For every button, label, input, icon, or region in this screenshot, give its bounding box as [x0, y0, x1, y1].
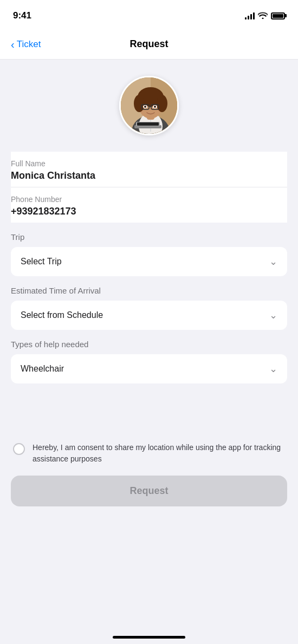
trip-dropdown-value: Select Trip — [21, 257, 62, 266]
page-title: Request — [129, 38, 168, 50]
avatar-section — [11, 60, 287, 146]
status-bar: 9:41 — [0, 0, 298, 29]
eta-chevron-icon: ⌄ — [269, 309, 277, 321]
spacer — [11, 393, 287, 426]
back-chevron-icon: ‹ — [11, 39, 15, 50]
phone-value: +93921832173 — [11, 206, 287, 217]
eta-section: Estimated Time of Arrival Select from Sc… — [11, 286, 287, 330]
status-time: 9:41 — [13, 10, 31, 21]
status-icons — [245, 11, 285, 21]
svg-rect-20 — [137, 122, 159, 126]
back-label: Ticket — [17, 39, 41, 50]
eta-label: Estimated Time of Arrival — [11, 286, 287, 295]
full-name-label: Full Name — [11, 159, 287, 168]
signal-icon — [245, 12, 255, 19]
help-chevron-icon: ⌄ — [269, 363, 277, 375]
home-indicator — [113, 636, 185, 639]
request-button[interactable]: Request — [11, 476, 287, 506]
avatar-image — [121, 77, 177, 134]
eta-dropdown-value: Select from Schedule — [21, 310, 103, 320]
consent-checkbox[interactable] — [13, 443, 25, 455]
consent-section: Hereby, I am consent to share my locatio… — [11, 442, 287, 465]
phone-field: Phone Number +93921832173 — [11, 187, 287, 223]
help-dropdown[interactable]: Wheelchair ⌄ — [11, 354, 287, 383]
phone-label: Phone Number — [11, 195, 287, 204]
svg-point-16 — [144, 106, 146, 108]
trip-label: Trip — [11, 232, 287, 242]
eta-dropdown[interactable]: Select from Schedule ⌄ — [11, 301, 287, 330]
battery-icon — [271, 12, 285, 19]
consent-text: Hereby, I am consent to share my locatio… — [33, 442, 285, 465]
help-dropdown-value: Wheelchair — [21, 364, 64, 374]
help-section: Types of help needed Wheelchair ⌄ — [11, 340, 287, 383]
back-button[interactable]: ‹ Ticket — [11, 39, 41, 50]
main-content: Full Name Monica Christanta Phone Number… — [0, 60, 298, 517]
nav-bar: ‹ Ticket Request — [0, 29, 298, 60]
avatar — [119, 76, 179, 135]
trip-dropdown[interactable]: Select Trip ⌄ — [11, 247, 287, 276]
trip-section: Trip Select Trip ⌄ — [11, 232, 287, 276]
full-name-field: Full Name Monica Christanta — [11, 152, 287, 187]
help-label: Types of help needed — [11, 340, 287, 349]
trip-chevron-icon: ⌄ — [269, 256, 277, 268]
wifi-icon — [258, 11, 268, 21]
svg-point-17 — [154, 106, 156, 108]
full-name-value: Monica Christanta — [11, 170, 287, 181]
user-info-section: Full Name Monica Christanta Phone Number… — [11, 152, 287, 223]
